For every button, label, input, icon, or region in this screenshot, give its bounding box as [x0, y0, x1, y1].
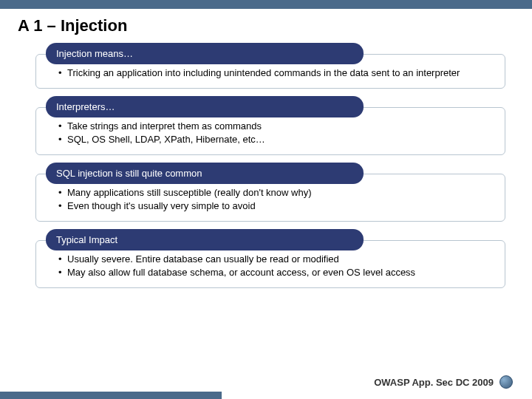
section-header: Interpreters… — [46, 96, 364, 117]
content-area: Injection means… Tricking an application… — [0, 43, 532, 288]
footer: OWASP App. Sec DC 2009 — [374, 375, 513, 389]
section-sql-injection: SQL injection is still quite common Many… — [35, 163, 505, 222]
bullet-item: Even though it's usually very simple to … — [58, 200, 491, 213]
bullet-item: Usually severe. Entire database can usua… — [58, 253, 491, 266]
section-injection-means: Injection means… Tricking an application… — [35, 43, 505, 89]
bullet-item: Tricking an application into including u… — [58, 66, 491, 80]
section-header: Typical Impact — [46, 229, 364, 250]
slide-title: A 1 – Injection — [0, 9, 532, 43]
bullet-item: Many applications still susceptible (rea… — [58, 186, 491, 200]
section-interpreters: Interpreters… Take strings and interpret… — [35, 96, 505, 155]
bullet-item: SQL, OS Shell, LDAP, XPath, Hibernate, e… — [58, 133, 491, 146]
globe-icon — [499, 375, 513, 389]
bullet-item: May also allow full database schema, or … — [58, 266, 491, 279]
section-typical-impact: Typical Impact Usually severe. Entire da… — [35, 229, 505, 288]
bullet-item: Take strings and interpret them as comma… — [58, 120, 491, 133]
top-accent-bar — [0, 0, 532, 9]
section-header: SQL injection is still quite common — [46, 163, 364, 184]
footer-text: OWASP App. Sec DC 2009 — [374, 377, 494, 388]
bottom-accent-bar — [0, 392, 222, 399]
section-header: Injection means… — [46, 43, 364, 64]
